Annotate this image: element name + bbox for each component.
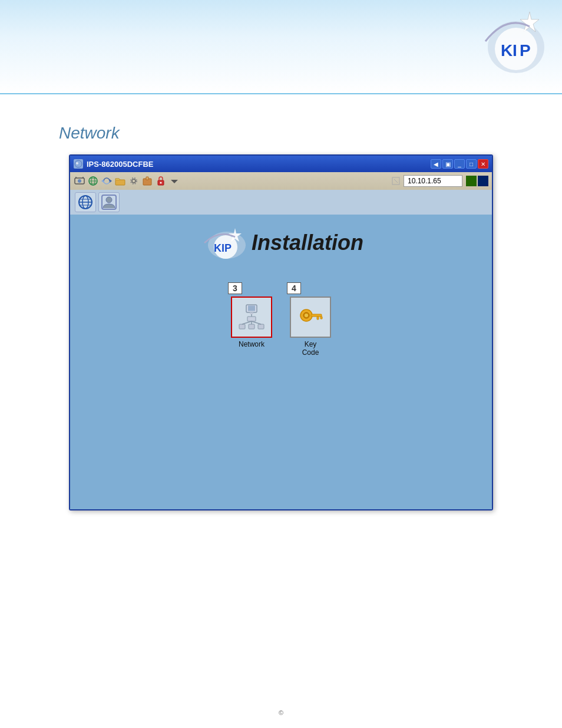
- network-item-number: 3: [228, 282, 242, 294]
- svg-point-9: [78, 179, 81, 183]
- window-restore-button[interactable]: ▣: [442, 159, 453, 169]
- svg-rect-43: [247, 317, 256, 321]
- status-square-dark: [478, 176, 488, 186]
- svg-line-48: [242, 321, 252, 324]
- svg-marker-26: [171, 180, 178, 183]
- page-title: Network: [59, 124, 533, 143]
- copyright-symbol: ©: [279, 709, 283, 716]
- svg-rect-55: [317, 317, 319, 319]
- toolbar-icon-package[interactable]: [141, 175, 153, 187]
- toolbar-icon-refresh[interactable]: [101, 175, 113, 187]
- application-window: IPS-862005DCFBE ◀ ▣ _ □ ✕: [69, 154, 493, 510]
- svg-rect-19: [115, 180, 125, 185]
- svg-text:I: I: [513, 41, 517, 60]
- window-title-text: IPS-862005DCFBE: [87, 160, 153, 169]
- footer: ©: [0, 709, 562, 716]
- network-icon-box[interactable]: [231, 297, 272, 338]
- svg-line-28: [394, 179, 398, 183]
- window-nav-bar: [70, 190, 492, 215]
- status-squares: [466, 176, 488, 186]
- svg-text:K: K: [501, 41, 513, 60]
- svg-rect-54: [311, 314, 322, 317]
- main-content-area: Network IPS-862005DCFBE ◀ ▣ _ □ ✕: [0, 94, 562, 534]
- network-icon-item[interactable]: 3: [228, 282, 275, 348]
- svg-rect-45: [249, 324, 254, 329]
- svg-point-7: [76, 162, 78, 164]
- svg-text:KIP: KIP: [214, 242, 232, 254]
- svg-rect-46: [258, 324, 264, 329]
- toolbar-icon-lock[interactable]: [155, 175, 167, 187]
- keycode-icon-item[interactable]: 4: [287, 282, 334, 357]
- toolbar-icon-folder[interactable]: [114, 175, 126, 187]
- keycode-item-number: 4: [287, 282, 301, 294]
- window-close-button[interactable]: ✕: [478, 159, 488, 169]
- svg-rect-44: [239, 324, 245, 329]
- svg-point-25: [160, 182, 162, 184]
- svg-point-6: [75, 160, 82, 167]
- svg-text:P: P: [520, 41, 531, 60]
- nav-user-button[interactable]: [98, 192, 120, 212]
- svg-marker-18: [101, 179, 104, 183]
- svg-rect-56: [320, 317, 322, 319]
- window-app-icon: [74, 159, 83, 169]
- keycode-item-label: KeyCode: [302, 340, 319, 357]
- window-controls: ◀ ▣ _ □ ✕: [431, 159, 488, 169]
- svg-rect-41: [248, 306, 255, 311]
- window-titlebar: IPS-862005DCFBE ◀ ▣ _ □ ✕: [70, 156, 492, 172]
- window-body: KIP Installation 3: [70, 215, 492, 509]
- toolbar-icon-settings[interactable]: [128, 175, 140, 187]
- nav-globe-button[interactable]: [75, 192, 96, 212]
- toolbar-icon-1[interactable]: [74, 175, 85, 187]
- kip-logo-install: KIP: [199, 226, 246, 259]
- status-square-green: [466, 176, 477, 186]
- network-icon-svg: [237, 302, 266, 332]
- svg-point-34: [106, 197, 112, 203]
- toolbar-right-icon: [392, 177, 400, 185]
- installation-icons-grid: 3: [228, 282, 334, 357]
- svg-marker-17: [110, 179, 112, 183]
- window-toolbar: [70, 172, 492, 190]
- svg-point-20: [132, 179, 135, 183]
- network-item-label: Network: [239, 340, 265, 348]
- install-title-text: Installation: [252, 230, 363, 255]
- toolbar-icon-globe[interactable]: [87, 175, 99, 187]
- toolbar-right: [392, 175, 488, 187]
- window-back-button[interactable]: ◀: [431, 159, 441, 169]
- svg-line-50: [252, 321, 261, 324]
- install-header: KIP Installation: [199, 226, 363, 259]
- header: K I P: [0, 0, 562, 94]
- toolbar-icon-dropdown[interactable]: [168, 175, 180, 187]
- window-maximize-button[interactable]: □: [466, 159, 477, 169]
- toolbar-icons: [74, 175, 180, 187]
- window-minimize-button[interactable]: _: [454, 159, 465, 169]
- key-icon-svg: [296, 302, 325, 332]
- svg-point-53: [305, 314, 308, 317]
- kip-logo: K I P: [474, 9, 544, 74]
- keycode-icon-box[interactable]: [290, 297, 331, 338]
- svg-rect-42: [250, 312, 253, 314]
- ip-address-input[interactable]: [404, 175, 462, 187]
- title-left: IPS-862005DCFBE: [74, 159, 153, 169]
- svg-rect-23: [146, 177, 148, 180]
